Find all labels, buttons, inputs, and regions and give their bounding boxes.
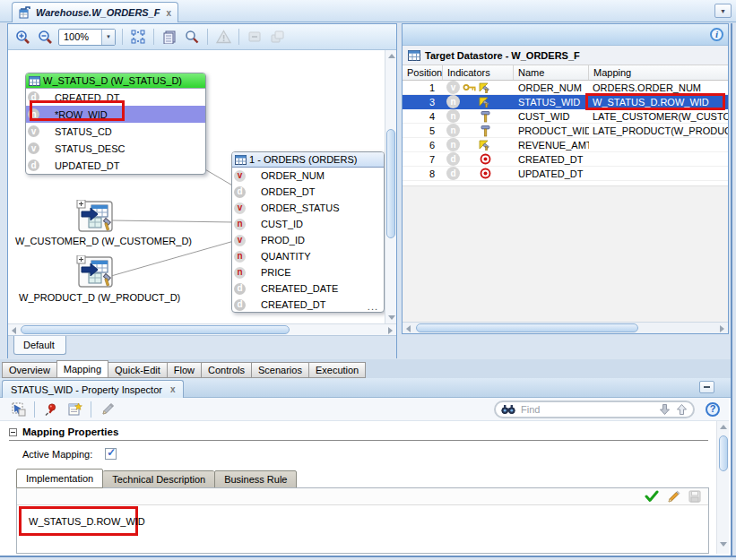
vertical-scroll-thumb[interactable] bbox=[719, 435, 728, 471]
toolbar-separator bbox=[34, 401, 35, 418]
column-row[interactable]: vORDER_NUM bbox=[232, 168, 384, 184]
tab-list-dropdown-button[interactable]: ▼ bbox=[714, 4, 732, 18]
column-header-mapping[interactable]: Mapping bbox=[589, 65, 728, 80]
vertical-scroll-thumb[interactable] bbox=[386, 129, 395, 238]
search-icon[interactable] bbox=[183, 28, 201, 46]
tab-mapping[interactable]: Mapping bbox=[56, 360, 108, 378]
target-panel-header-bar: i bbox=[403, 24, 728, 46]
diagram-vertical-scrollbar[interactable] bbox=[385, 50, 396, 323]
target-row-created-dt[interactable]: 7 d CREATED_DT bbox=[403, 152, 728, 167]
validate-check-icon[interactable] bbox=[645, 490, 659, 503]
tab-scenarios[interactable]: Scenarios bbox=[251, 362, 308, 378]
tab-overview[interactable]: Overview bbox=[2, 362, 56, 378]
column-row[interactable]: vSTATUS_DESC bbox=[26, 140, 205, 157]
datastore-w-status-d[interactable]: W_STATUS_D (W_STATUS_D) dCREATED_DT n*RO… bbox=[25, 73, 206, 175]
expression-subtabs: Implementation Technical Description Bus… bbox=[16, 469, 297, 488]
w-customer-d-node-icon[interactable] bbox=[76, 200, 114, 233]
w-status-d-header[interactable]: W_STATUS_D (W_STATUS_D) bbox=[26, 73, 205, 89]
edit-expression-pencil-icon[interactable] bbox=[667, 490, 680, 504]
select-parent-icon[interactable] bbox=[9, 401, 27, 418]
column-row[interactable]: nPRICE bbox=[232, 264, 384, 280]
target-row-product-wid[interactable]: 5 n PRODUCT_WID LATE_PRODUCT(W_PRODUCT_D bbox=[403, 124, 728, 138]
toolbar-separator bbox=[153, 29, 154, 45]
column-row[interactable]: dCREATED_DT ... bbox=[232, 297, 384, 313]
column-row[interactable]: vSTATUS_CD bbox=[26, 123, 205, 140]
info-icon[interactable]: i bbox=[710, 28, 723, 41]
tab-execution[interactable]: Execution bbox=[308, 362, 366, 378]
column-row[interactable]: dUPDATED_DT bbox=[26, 157, 205, 174]
tab-business-rule[interactable]: Business Rule bbox=[214, 470, 297, 488]
column-row-selected[interactable]: n*ROW_WID bbox=[26, 106, 205, 123]
target-row-updated-dt[interactable]: 8 d UPDATED_DT bbox=[403, 167, 728, 181]
zoom-level-combo[interactable]: 100% ▼ bbox=[58, 29, 116, 46]
w-product-d-label[interactable]: W_PRODUCT_D (W_PRODUCT_D) bbox=[19, 292, 180, 303]
target-horizontal-scrollbar[interactable] bbox=[403, 322, 728, 333]
w-customer-d-label[interactable]: W_CUSTOMER_D (W_CUSTOMER_D) bbox=[15, 236, 192, 246]
expression-text-area[interactable]: W_STATUS_D.ROW_WID bbox=[17, 505, 708, 554]
select-all-marquee-button[interactable] bbox=[129, 28, 147, 46]
column-row[interactable]: nQUANTITY bbox=[232, 248, 384, 264]
active-mapping-checkbox[interactable] bbox=[105, 448, 117, 460]
scroll-left-icon[interactable] bbox=[12, 327, 16, 334]
horizontal-scroll-thumb[interactable] bbox=[416, 323, 638, 332]
column-row[interactable]: vORDER_STATUS bbox=[232, 200, 384, 216]
inspector-vertical-scrollbar[interactable] bbox=[716, 421, 729, 554]
column-row[interactable]: vPROD_ID bbox=[232, 232, 384, 248]
tab-warehouse-w-orders-f[interactable]: Warehouse.W_ORDERS_F x bbox=[12, 2, 178, 22]
w-product-d-node-icon[interactable] bbox=[76, 255, 114, 289]
type-v-icon: v bbox=[28, 125, 39, 137]
mapping-canvas[interactable]: W_STATUS_D (W_STATUS_D) dCREATED_DT n*RO… bbox=[8, 50, 385, 323]
tab-controls[interactable]: Controls bbox=[201, 362, 251, 378]
close-icon[interactable]: x bbox=[167, 8, 172, 18]
diagram-horizontal-scrollbar[interactable] bbox=[8, 323, 396, 335]
column-row[interactable]: dCREATED_DT bbox=[26, 89, 205, 106]
find-placeholder[interactable]: Find bbox=[521, 404, 654, 415]
diagram-view-tabstrip: Default bbox=[8, 335, 396, 358]
find-previous-arrow-icon[interactable] bbox=[676, 403, 688, 416]
close-icon[interactable]: x bbox=[170, 384, 176, 394]
find-next-arrow-icon[interactable] bbox=[659, 403, 671, 416]
new-note-icon[interactable] bbox=[65, 401, 83, 418]
collapse-icon[interactable] bbox=[9, 428, 17, 436]
edit-pencil-icon[interactable] bbox=[99, 401, 117, 418]
tab-flow[interactable]: Flow bbox=[167, 362, 201, 378]
column-header-name[interactable]: Name bbox=[514, 65, 589, 80]
target-row-order-num[interactable]: 1 v ORDER_NUM ORDERS.ORDER_NUM bbox=[403, 81, 728, 95]
target-row-revenue-amt[interactable]: 6 n REVENUE_AMT bbox=[403, 138, 728, 152]
scroll-right-icon[interactable] bbox=[388, 327, 393, 334]
minimize-button[interactable] bbox=[699, 381, 714, 393]
pin-icon[interactable] bbox=[42, 401, 60, 418]
tab-technical-description[interactable]: Technical Description bbox=[103, 470, 214, 488]
chevron-down-icon[interactable]: ▼ bbox=[101, 30, 115, 45]
scroll-right-icon[interactable] bbox=[720, 325, 724, 332]
target-row-status-wid-selected[interactable]: 3 n STATUS_WID W_STATUS_D.ROW_WID bbox=[403, 95, 728, 109]
help-icon[interactable]: ? bbox=[706, 402, 720, 417]
scroll-down-icon[interactable] bbox=[388, 315, 395, 320]
column-header-position[interactable]: Position bbox=[403, 65, 443, 80]
type-n-icon: n bbox=[446, 138, 460, 151]
column-row[interactable]: nCUST_ID bbox=[232, 216, 384, 232]
tab-quick-edit[interactable]: Quick-Edit bbox=[108, 362, 167, 378]
tab-implementation[interactable]: Implementation bbox=[16, 469, 103, 488]
tab-default-view[interactable]: Default bbox=[13, 336, 66, 355]
datastore-orders[interactable]: 1 - ORDERS (ORDERS) vORDER_NUM dORDER_DT… bbox=[231, 151, 385, 313]
tab-status-wid-property-inspector[interactable]: STATUS_WID - Property Inspector x bbox=[2, 380, 184, 398]
mapping-diagram-panel: 100% ▼ W_STATUS_D bbox=[7, 23, 397, 358]
find-box[interactable]: Find bbox=[494, 401, 695, 418]
zoom-in-button[interactable] bbox=[13, 28, 31, 46]
more-columns-indicator[interactable]: ... bbox=[368, 301, 378, 312]
scroll-left-icon[interactable] bbox=[406, 325, 411, 332]
scroll-down-icon[interactable] bbox=[720, 542, 727, 547]
scroll-up-icon[interactable] bbox=[388, 54, 395, 58]
target-row-cust-wid[interactable]: 4 n CUST_WID LATE_CUSTOMER(W_CUSTOMER bbox=[403, 109, 728, 124]
scroll-up-icon[interactable] bbox=[720, 425, 727, 429]
property-inspector-tabbar: STATUS_WID - Property Inspector x bbox=[0, 378, 736, 398]
report-button[interactable] bbox=[160, 28, 178, 46]
column-header-indicators[interactable]: Indicators bbox=[443, 65, 514, 80]
horizontal-scroll-thumb[interactable] bbox=[21, 325, 290, 334]
orders-header[interactable]: 1 - ORDERS (ORDERS) bbox=[232, 152, 384, 168]
zoom-out-button[interactable] bbox=[36, 28, 54, 46]
column-row[interactable]: dORDER_DT bbox=[232, 184, 384, 200]
column-row[interactable]: dCREATED_DATE bbox=[232, 280, 384, 297]
mapping-properties-section-header[interactable]: Mapping Properties bbox=[9, 426, 708, 441]
